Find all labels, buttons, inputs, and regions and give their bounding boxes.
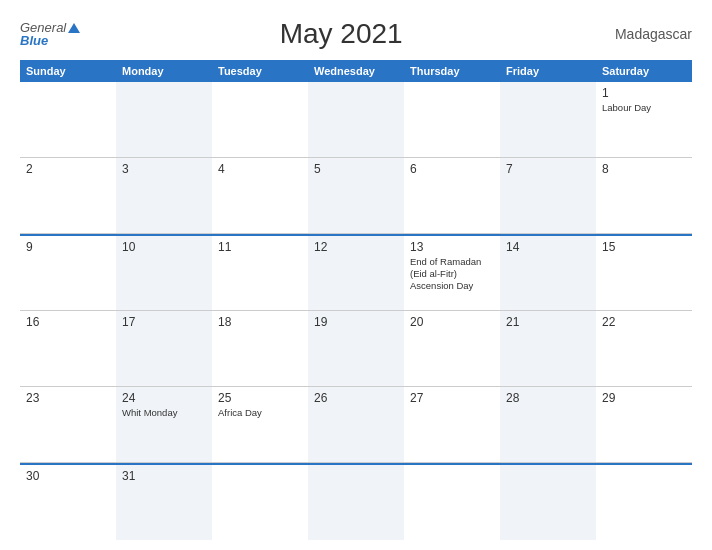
cal-cell: 29 (596, 387, 692, 462)
day-number: 15 (602, 240, 686, 254)
cal-cell: 27 (404, 387, 500, 462)
day-number: 12 (314, 240, 398, 254)
cal-cell: 4 (212, 158, 308, 233)
day-number: 31 (122, 469, 206, 483)
cal-cell: 12 (308, 236, 404, 311)
header-day-wednesday: Wednesday (308, 60, 404, 82)
event-label: (Eid al-Fitr) (410, 268, 494, 280)
day-number: 19 (314, 315, 398, 329)
logo: General Blue (20, 21, 80, 47)
cal-cell (212, 82, 308, 157)
day-number: 25 (218, 391, 302, 405)
day-number: 7 (506, 162, 590, 176)
header-day-thursday: Thursday (404, 60, 500, 82)
cal-cell (308, 82, 404, 157)
country-label: Madagascar (602, 26, 692, 42)
calendar: SundayMondayTuesdayWednesdayThursdayFrid… (20, 60, 692, 540)
cal-cell: 21 (500, 311, 596, 386)
cal-cell (20, 82, 116, 157)
logo-blue-text: Blue (20, 34, 80, 47)
cal-cell: 28 (500, 387, 596, 462)
day-number: 9 (26, 240, 110, 254)
day-number: 8 (602, 162, 686, 176)
cal-cell: 20 (404, 311, 500, 386)
day-number: 14 (506, 240, 590, 254)
cal-cell: 7 (500, 158, 596, 233)
cal-cell: 11 (212, 236, 308, 311)
day-number: 26 (314, 391, 398, 405)
cal-cell: 16 (20, 311, 116, 386)
day-number: 13 (410, 240, 494, 254)
event-label: Africa Day (218, 407, 302, 419)
day-number: 11 (218, 240, 302, 254)
week-row-3: 16171819202122 (20, 311, 692, 387)
day-number: 1 (602, 86, 686, 100)
cal-cell: 9 (20, 236, 116, 311)
cal-cell: 6 (404, 158, 500, 233)
cal-cell (500, 465, 596, 540)
day-number: 18 (218, 315, 302, 329)
calendar-body: 1Labour Day2345678910111213End of Ramada… (20, 82, 692, 540)
cal-cell: 18 (212, 311, 308, 386)
week-row-1: 2345678 (20, 158, 692, 234)
cal-cell (500, 82, 596, 157)
calendar-header: SundayMondayTuesdayWednesdayThursdayFrid… (20, 60, 692, 82)
header-day-sunday: Sunday (20, 60, 116, 82)
cal-cell: 30 (20, 465, 116, 540)
cal-cell: 14 (500, 236, 596, 311)
cal-cell: 31 (116, 465, 212, 540)
cal-cell: 10 (116, 236, 212, 311)
day-number: 29 (602, 391, 686, 405)
day-number: 23 (26, 391, 110, 405)
cal-cell: 13End of Ramadan(Eid al-Fitr)Ascension D… (404, 236, 500, 311)
cal-cell: 1Labour Day (596, 82, 692, 157)
cal-cell (116, 82, 212, 157)
cal-cell: 17 (116, 311, 212, 386)
day-number: 10 (122, 240, 206, 254)
header-day-tuesday: Tuesday (212, 60, 308, 82)
cal-cell: 2 (20, 158, 116, 233)
week-row-5: 3031 (20, 463, 692, 540)
day-number: 5 (314, 162, 398, 176)
day-number: 28 (506, 391, 590, 405)
cal-cell: 3 (116, 158, 212, 233)
day-number: 16 (26, 315, 110, 329)
day-number: 4 (218, 162, 302, 176)
header-day-saturday: Saturday (596, 60, 692, 82)
day-number: 21 (506, 315, 590, 329)
day-number: 17 (122, 315, 206, 329)
cal-cell: 26 (308, 387, 404, 462)
cal-cell (308, 465, 404, 540)
cal-cell: 5 (308, 158, 404, 233)
day-number: 20 (410, 315, 494, 329)
event-label: Labour Day (602, 102, 686, 114)
cal-cell (212, 465, 308, 540)
cal-cell: 8 (596, 158, 692, 233)
cal-cell: 22 (596, 311, 692, 386)
event-label: Ascension Day (410, 280, 494, 292)
cal-cell (404, 82, 500, 157)
logo-triangle-icon (68, 23, 80, 33)
header: General Blue May 2021 Madagascar (20, 18, 692, 50)
header-day-friday: Friday (500, 60, 596, 82)
event-label: Whit Monday (122, 407, 206, 419)
cal-cell: 23 (20, 387, 116, 462)
week-row-4: 2324Whit Monday25Africa Day26272829 (20, 387, 692, 463)
day-number: 3 (122, 162, 206, 176)
cal-cell: 24Whit Monday (116, 387, 212, 462)
cal-cell: 19 (308, 311, 404, 386)
week-row-2: 910111213End of Ramadan(Eid al-Fitr)Asce… (20, 234, 692, 312)
day-number: 22 (602, 315, 686, 329)
week-row-0: 1Labour Day (20, 82, 692, 158)
page: General Blue May 2021 Madagascar SundayM… (0, 0, 712, 550)
cal-cell: 15 (596, 236, 692, 311)
cal-cell (596, 465, 692, 540)
cal-cell: 25Africa Day (212, 387, 308, 462)
calendar-title: May 2021 (80, 18, 602, 50)
day-number: 27 (410, 391, 494, 405)
day-number: 30 (26, 469, 110, 483)
event-label: End of Ramadan (410, 256, 494, 268)
day-number: 2 (26, 162, 110, 176)
header-day-monday: Monday (116, 60, 212, 82)
day-number: 6 (410, 162, 494, 176)
